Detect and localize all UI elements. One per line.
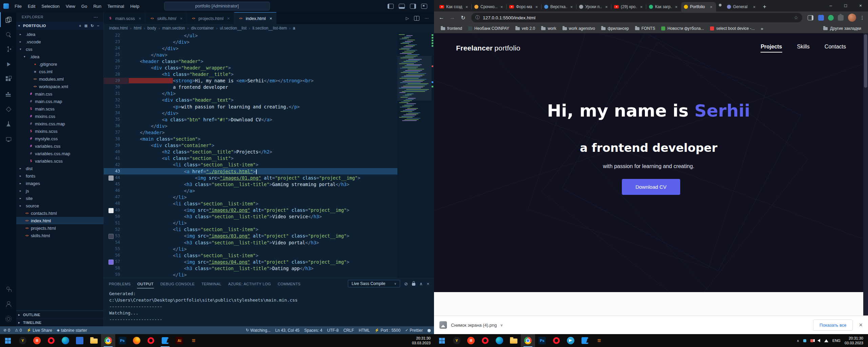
status-live-share[interactable]: ⚡Live Share: [26, 328, 52, 333]
code-line-23[interactable]: 23 </div>: [104, 39, 397, 45]
code-line-44[interactable]: 44 <img src="images/01.png" alt="project…: [104, 175, 397, 181]
close-tab-icon[interactable]: ×: [139, 16, 141, 21]
code-line-40[interactable]: 40 <h2 class="section__title">Projects</…: [104, 149, 397, 155]
site-info-icon[interactable]: ⓘ: [475, 15, 480, 21]
menu-selection[interactable]: Selection: [38, 2, 62, 10]
language-indicator[interactable]: ENG: [832, 339, 841, 343]
browser-tab-верстка[interactable]: Верстка...×: [541, 2, 576, 12]
docker-icon[interactable]: [0, 87, 16, 102]
scroll-lock-icon[interactable]: [412, 283, 415, 286]
panel-tab-debug-console[interactable]: DEBUG CONSOLE: [160, 279, 195, 288]
close-panel-icon[interactable]: ×: [427, 281, 429, 286]
close-tab-icon[interactable]: ×: [499, 4, 504, 9]
close-tab-icon[interactable]: ×: [227, 16, 230, 21]
folder-js[interactable]: ▸js: [16, 187, 103, 195]
reload-button[interactable]: ↻: [458, 13, 468, 22]
code-line-30[interactable]: 30 a frontend developer: [104, 84, 397, 90]
code-line-50[interactable]: 50 <h3 class="section__list-title">Video…: [104, 213, 397, 220]
blue-app-icon[interactable]: [73, 334, 87, 347]
folder-site[interactable]: ▸site: [16, 195, 103, 202]
tab-index-html[interactable]: <>index.html×: [234, 12, 277, 24]
new-file-icon[interactable]: +: [79, 24, 81, 28]
status-html[interactable]: HTML: [359, 328, 370, 333]
show-all-downloads-button[interactable]: Показать все: [813, 320, 853, 331]
code-line-57[interactable]: 57 <img src="images/04.png" alt="project…: [104, 259, 397, 265]
breadcrumb-a[interactable]: a: [293, 26, 295, 30]
remote-explorer-icon[interactable]: [0, 131, 16, 146]
breadcrumb-index-html[interactable]: index.html: [109, 26, 128, 30]
code-line-39[interactable]: 39 <div class="container">: [104, 142, 397, 149]
browser-tab-как-загр[interactable]: Как загр...×: [646, 2, 681, 12]
yandex-browser-icon[interactable]: Я: [30, 334, 44, 347]
code-line-24[interactable]: 24 </div>: [104, 45, 397, 52]
source-control-icon[interactable]: [0, 42, 16, 57]
menu-file[interactable]: File: [12, 2, 25, 10]
tab-skills-html[interactable]: <>skills.html×: [145, 12, 187, 24]
code-line-49[interactable]: 49 <img src="images/02.png" alt="project…: [104, 207, 397, 213]
code-line-22[interactable]: 22 </ul>: [104, 32, 397, 39]
side-panel-icon[interactable]: [808, 15, 813, 20]
toggle-secondary-sidebar-icon[interactable]: [410, 4, 416, 9]
new-folder-icon[interactable]: ⊞: [84, 24, 88, 28]
browser-menu-icon[interactable]: ⋮: [859, 15, 865, 20]
settings-icon[interactable]: [0, 311, 16, 326]
explorer-icon[interactable]: [0, 12, 16, 27]
folder-css[interactable]: ▾css: [16, 45, 103, 53]
code-line-31[interactable]: 31 </h1>: [104, 90, 397, 97]
editor-more-actions-icon[interactable]: ⋯: [425, 16, 429, 21]
file-gitignore[interactable]: ◆.gitignore: [16, 60, 103, 68]
azure-icon[interactable]: [0, 102, 16, 117]
file-skills-html[interactable]: <>skills.html: [16, 232, 103, 239]
file-index-html[interactable]: <>index.html: [16, 217, 103, 224]
code-line-52[interactable]: 52 <li class="section__list-item">: [104, 226, 397, 233]
code-line-46[interactable]: 46 </a>: [104, 187, 397, 194]
code-line-48[interactable]: 48 <li class="section__list-item">: [104, 200, 397, 207]
bookmarks-overflow-icon[interactable]: »: [758, 26, 766, 31]
code-line-37[interactable]: 37 </header>: [104, 129, 397, 136]
network-icon[interactable]: [824, 339, 828, 342]
explorer-more-actions-icon[interactable]: ⋯: [94, 15, 98, 20]
file-variables-css[interactable]: #variables.css: [16, 142, 103, 150]
file-variables-css-map[interactable]: #variables.css.map: [16, 150, 103, 157]
menu-run[interactable]: Run: [90, 2, 104, 10]
bookmark-фрилансер[interactable]: фрилансер: [598, 25, 632, 32]
panel-tab-output[interactable]: OUTPUT: [137, 279, 154, 288]
profile-avatar[interactable]: [848, 14, 856, 22]
download-cv-button[interactable]: Download CV: [622, 179, 680, 195]
bookmark-необанк-coinpay[interactable]: Необанк COINPAY: [466, 25, 512, 32]
bookmark-star-icon[interactable]: ☆: [794, 15, 798, 20]
illustrator-icon[interactable]: Ai: [172, 334, 186, 347]
status-bell[interactable]: [428, 329, 431, 332]
opera-icon[interactable]: [44, 334, 58, 347]
clock[interactable]: 20:31:30 03.03.2023: [845, 336, 867, 346]
chrome-icon[interactable]: [521, 334, 535, 347]
breadcrumb-main-section[interactable]: main.section: [162, 26, 185, 30]
folder-idea[interactable]: ▾.idea: [16, 53, 103, 60]
edge-icon[interactable]: [492, 334, 507, 347]
code-line-43[interactable]: 43 <a href="./projects.html">: [104, 168, 397, 175]
download-item-menu-icon[interactable]: ∨: [500, 323, 503, 327]
address-bar[interactable]: ⓘ 127.0.0.1:5500/index.html ☆: [471, 13, 802, 22]
opera-gx-icon[interactable]: [144, 334, 158, 347]
status-ln-43-col-45[interactable]: Ln 43, Col 45: [275, 328, 299, 333]
close-tab-icon[interactable]: ×: [534, 4, 539, 9]
new-tab-button[interactable]: +: [760, 2, 769, 12]
yandex-browser-icon[interactable]: Я: [464, 334, 478, 347]
folder-idea[interactable]: ▸.idea: [16, 30, 103, 38]
code-line-33[interactable]: 33 <p>with passion for learning and crea…: [104, 103, 397, 110]
close-tab-icon[interactable]: ×: [180, 16, 183, 21]
file-projects-html[interactable]: <>projects.html: [16, 224, 103, 232]
code-line-47[interactable]: 47 </li>: [104, 194, 397, 200]
site-logo[interactable]: Freelancerportfolio: [456, 44, 520, 52]
file-mixins-scss[interactable]: Smixins.scss: [16, 127, 103, 135]
live-share-icon[interactable]: [0, 282, 16, 297]
vscode-icon[interactable]: [578, 334, 592, 347]
opera-gx-icon[interactable]: [549, 334, 564, 347]
explorer-root[interactable]: ▾ PORTFOLIO + ⊞ ↻ −: [16, 22, 103, 30]
tray-expand-icon[interactable]: ∧: [797, 339, 799, 343]
status-utf-8[interactable]: UTF-8: [327, 328, 339, 333]
code-line-27[interactable]: 27 <div class="header__wrapper">: [104, 64, 397, 71]
close-button[interactable]: ×: [853, 0, 868, 11]
other-bookmarks[interactable]: Другие закладки: [821, 25, 864, 32]
browser-tab-29-кро[interactable]: (29) кро...×: [611, 2, 646, 12]
